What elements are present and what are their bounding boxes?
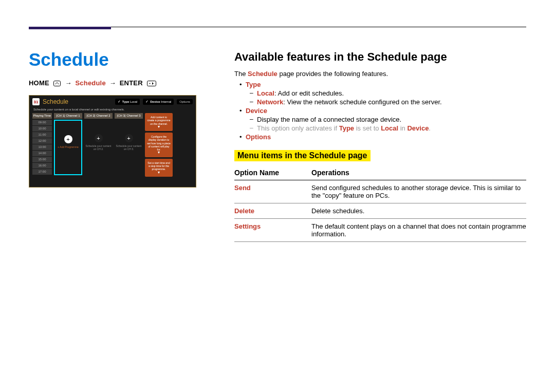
- breadcrumb-home: HOME: [29, 79, 49, 87]
- arrow-icon: →: [65, 79, 71, 87]
- chip-value: Internal: [161, 100, 171, 103]
- channel-header: [CH 2] Channel 2: [84, 113, 113, 119]
- option-name: Delete: [234, 203, 311, 219]
- time-slot: 14:00: [32, 151, 52, 156]
- time-slot: 10:00: [32, 126, 52, 132]
- device-line1: Display the name of a connected storage …: [246, 116, 526, 123]
- check-icon: ✓: [145, 100, 149, 104]
- type-network-label: Network: [257, 98, 283, 106]
- header-accent: [29, 27, 111, 29]
- option-operation: Send configured schedules to another sto…: [311, 180, 526, 203]
- table-row: DeleteDelete schedules.: [234, 203, 526, 219]
- arrow-icon: →: [109, 79, 116, 87]
- plus-icon[interactable]: +: [64, 135, 72, 143]
- svg-point-2: [149, 83, 150, 84]
- chip-label: Type: [122, 100, 130, 103]
- device-chip[interactable]: ✓ Device Internal: [143, 99, 174, 105]
- breadcrumb-schedule: Schedule: [75, 79, 105, 87]
- options-chip[interactable]: Options: [177, 99, 193, 104]
- channel-header: [CH 3] Channel 3: [115, 113, 143, 119]
- panel-subtitle: Schedule your content on a local channel…: [29, 108, 196, 113]
- header-rule: [29, 27, 526, 33]
- schedule-preview-panel: 31 Schedule ✓ Type Local ✓ Device Intern…: [29, 95, 196, 188]
- info-block: Add content to create a programme on the…: [145, 113, 173, 131]
- menu-heading: Menu items in the Schedule page: [234, 150, 371, 161]
- channel-column[interactable]: [CH 1] Channel 1++ Add Programme: [54, 113, 82, 176]
- breadcrumb-enter: ENTER: [120, 79, 143, 87]
- feature-device: Device: [246, 107, 267, 115]
- device-note: This option only activates if Type is se…: [246, 124, 526, 132]
- feature-type: Type: [246, 81, 261, 88]
- channel-column[interactable]: [CH 3] Channel 3+Schedule your content o…: [115, 113, 143, 176]
- time-slot: 15:00: [32, 157, 52, 162]
- chevron-down-icon: ▾: [147, 151, 171, 154]
- option-name: Send: [234, 180, 311, 203]
- type-local-desc: : Add or edit schedules.: [274, 89, 344, 97]
- time-slot: 12:00: [32, 138, 52, 144]
- plus-icon[interactable]: +: [125, 134, 133, 142]
- type-local-label: Local: [257, 89, 274, 97]
- type-chip[interactable]: ✓ Type Local: [115, 99, 140, 105]
- channel-column[interactable]: [CH 2] Channel 2+Schedule your content o…: [84, 113, 113, 176]
- time-column: Playing Time 09:0010:0011:0012:0013:0014…: [32, 113, 52, 176]
- channel-header: [CH 1] Channel 1: [54, 113, 82, 119]
- time-slot: 17:00: [32, 169, 52, 175]
- check-icon: ✓: [118, 100, 121, 104]
- chevron-down-icon: ▾: [147, 125, 171, 128]
- option-operation: Delete schedules.: [311, 203, 526, 219]
- page-title: Schedule: [29, 49, 214, 70]
- channel-plus-label: Schedule your content on CH 3.: [116, 144, 142, 151]
- svg-rect-1: [147, 81, 156, 86]
- col-option-name: Option Name: [234, 166, 311, 180]
- chip-label: Device: [150, 100, 160, 103]
- table-row: SettingsThe default content plays on a c…: [234, 219, 526, 242]
- time-slot: 13:00: [32, 144, 52, 150]
- options-table: Option Name Operations SendSend configur…: [234, 166, 526, 242]
- option-operation: The default content plays on a channel t…: [311, 219, 526, 242]
- channel-plus-label: Schedule your content on CH 2.: [86, 144, 112, 151]
- calendar-icon: 31: [32, 98, 40, 105]
- info-block: Configure the display duration to set ho…: [145, 133, 173, 157]
- home-icon: [53, 80, 61, 88]
- svg-rect-0: [53, 81, 60, 86]
- option-name: Settings: [234, 219, 311, 242]
- col-operations: Operations: [311, 166, 526, 180]
- time-slot: 16:00: [32, 163, 52, 169]
- type-network-desc: : View the network schedule configured o…: [283, 98, 441, 106]
- chevron-down-icon: ▾: [147, 171, 171, 174]
- panel-title: Schedule: [43, 98, 68, 105]
- intro-text: The Schedule page provides the following…: [234, 70, 526, 78]
- time-slot: 09:00: [32, 120, 52, 125]
- info-block: Set a start time and a stop time for the…: [145, 159, 173, 177]
- feature-options: Options: [246, 133, 271, 141]
- plus-icon[interactable]: +: [95, 134, 103, 142]
- time-header: Playing Time: [32, 113, 52, 119]
- channel-plus-label: + Add Programme: [55, 145, 81, 148]
- breadcrumb: HOME → Schedule → ENTER: [29, 79, 214, 88]
- chip-value: Local: [130, 100, 137, 103]
- time-slot: 11:00: [32, 132, 52, 138]
- section-heading: Available features in the Schedule page: [234, 50, 526, 64]
- enter-icon: [147, 80, 156, 88]
- table-row: SendSend configured schedules to another…: [234, 180, 526, 203]
